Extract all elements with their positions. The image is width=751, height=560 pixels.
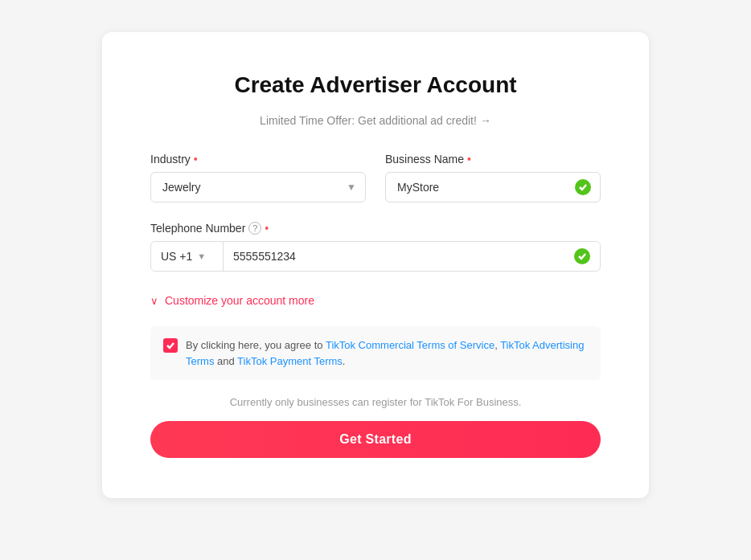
customize-label: Customize your account more xyxy=(165,294,314,307)
country-code-text: US +1 xyxy=(161,250,192,263)
terms-checkbox[interactable] xyxy=(163,338,178,353)
telephone-label: Telephone Number ? • xyxy=(150,222,601,235)
industry-group: Industry • Jewelry Fashion Technology He… xyxy=(150,153,366,202)
promo-banner: Limited Time Offer: Get additional ad cr… xyxy=(150,114,601,127)
form-top-row: Industry • Jewelry Fashion Technology He… xyxy=(150,153,601,202)
terms-period: . xyxy=(343,355,346,367)
get-started-label: Get Started xyxy=(339,432,412,446)
country-code-selector[interactable]: US +1 ▼ xyxy=(151,242,224,271)
telephone-group: Telephone Number ? • US +1 ▼ xyxy=(150,222,601,272)
telephone-required: • xyxy=(265,222,269,235)
customize-chevron-icon: ∨ xyxy=(150,295,158,307)
telephone-help-icon[interactable]: ? xyxy=(248,222,261,235)
phone-number-input[interactable] xyxy=(224,242,600,271)
terms-link-1[interactable]: TikTok Commercial Terms of Service xyxy=(326,339,495,351)
industry-label: Industry • xyxy=(150,153,366,166)
terms-text: By clicking here, you agree to TikTok Co… xyxy=(186,337,588,369)
terms-link-3[interactable]: TikTok Payment Terms xyxy=(237,355,343,367)
promo-arrow: → xyxy=(480,114,491,127)
page-container: Create Advertiser Account Limited Time O… xyxy=(0,0,751,560)
terms-and: and xyxy=(214,355,237,367)
telephone-phone-row: US +1 ▼ xyxy=(150,241,601,272)
get-started-button[interactable]: Get Started xyxy=(150,421,601,458)
industry-select-wrapper: Jewelry Fashion Technology Health & Beau… xyxy=(150,172,366,202)
business-name-check-icon xyxy=(575,179,591,195)
footer-note: Currently only businesses can register f… xyxy=(150,396,601,408)
customize-toggle[interactable]: ∨ Customize your account more xyxy=(150,294,601,307)
promo-link[interactable]: Limited Time Offer: Get additional ad cr… xyxy=(260,114,491,127)
business-name-label: Business Name • xyxy=(385,153,601,166)
promo-text: Limited Time Offer: Get additional ad cr… xyxy=(260,114,477,127)
business-name-group: Business Name • xyxy=(385,153,601,202)
customize-section: ∨ Customize your account more xyxy=(150,294,601,307)
business-name-required: • xyxy=(467,153,471,166)
terms-section: By clicking here, you agree to TikTok Co… xyxy=(150,326,601,380)
phone-input-wrapper xyxy=(224,242,600,271)
industry-required: • xyxy=(194,153,198,166)
form-card: Create Advertiser Account Limited Time O… xyxy=(102,32,649,498)
terms-prefix: By clicking here, you agree to xyxy=(186,339,326,351)
industry-select[interactable]: Jewelry Fashion Technology Health & Beau… xyxy=(150,172,366,202)
page-title: Create Advertiser Account xyxy=(150,72,601,98)
country-chevron-icon: ▼ xyxy=(197,251,206,261)
phone-check-icon xyxy=(574,248,590,264)
business-name-input-wrapper xyxy=(385,172,601,202)
business-name-input[interactable] xyxy=(385,172,601,202)
